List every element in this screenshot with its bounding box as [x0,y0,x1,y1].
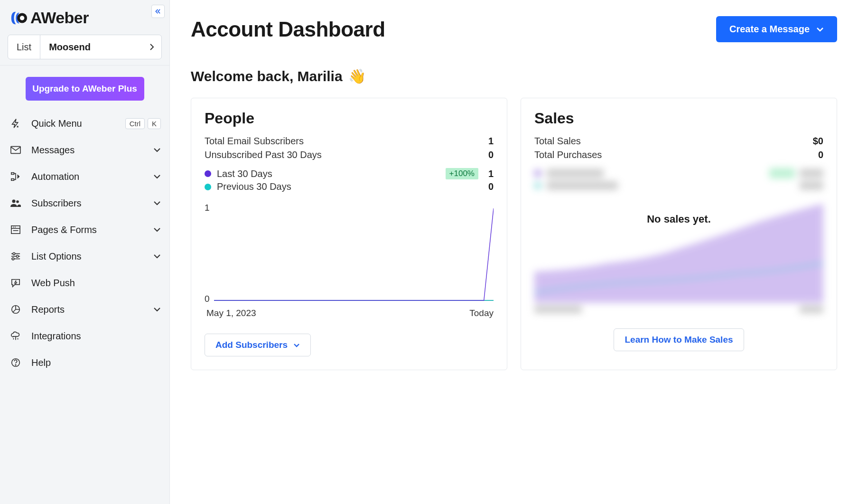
chevron-down-icon [153,227,161,232]
nav-label: Integrations [31,331,161,342]
stat-label: Total Purchases [534,149,602,160]
upgrade-button[interactable]: Upgrade to AWeber Plus [26,77,144,101]
sidebar: AWeber List Moosend Upgrade to AWeber Pl… [0,0,170,504]
svg-rect-4 [11,179,14,181]
stat-label: Unsubscribed Past 30 Days [205,149,322,160]
chevron-down-icon [153,201,161,205]
stat-value: 0 [818,149,823,160]
people-chart: 1 0 [205,203,494,307]
stat-value: 1 [488,136,494,147]
pie-chart-icon [9,304,23,315]
nav-pages-forms[interactable]: Pages & Forms [9,216,161,243]
nav-integrations[interactable]: Integrations [9,323,161,349]
automation-icon [9,171,23,182]
sidebar-nav: Quick Menu Ctrl K Messages Automation [0,110,169,376]
stat-label: Total Email Subscribers [205,136,304,147]
nav-label: Messages [31,145,145,156]
svg-point-6 [16,200,19,203]
card-title: People [205,110,494,127]
chevron-down-icon [153,174,161,179]
nav-label: Reports [31,304,145,315]
list-selector-label: List [8,35,40,59]
nav-label: Pages & Forms [31,224,145,235]
logo: AWeber [0,0,169,35]
nav-label: Subscribers [31,198,145,209]
card-title: Sales [534,110,823,127]
logo-text: AWeber [30,9,89,27]
welcome-heading: Welcome back, Marilia 👋 [191,68,837,84]
nav-web-push[interactable]: Web Push [9,270,161,296]
y-tick: 0 [205,294,210,304]
percent-badge: +100% [446,168,478,179]
svg-point-1 [20,16,25,20]
chevron-down-icon [153,307,161,312]
nav-label: Help [31,357,161,368]
sliders-icon [9,252,23,261]
list-selector[interactable]: List Moosend [8,35,162,59]
legend-value: 0 [485,181,494,192]
cloud-icon [9,331,23,341]
chevron-down-icon [153,254,161,259]
chevron-down-icon [293,343,300,347]
people-card: People Total Email Subscribers 1 Unsubsc… [191,98,507,370]
stat-value: $0 [813,136,823,147]
divider [0,65,169,65]
svg-point-13 [13,252,15,255]
help-icon [9,357,23,368]
create-message-button[interactable]: Create a Message [716,16,837,42]
x-label: Today [469,308,494,318]
main-content: Account Dashboard Create a Message Welco… [170,0,858,504]
legend-dot-icon [205,184,211,190]
y-tick: 1 [205,203,210,213]
x-label: May 1, 2023 [206,308,256,318]
nav-help[interactable]: Help [9,349,161,376]
nav-automation[interactable]: Automation [9,163,161,190]
legend-label: Last 30 Days [217,168,272,179]
stat-value: 0 [488,149,494,160]
svg-point-17 [12,258,14,260]
chat-icon [9,278,23,288]
chevron-down-icon [816,27,824,32]
chevron-double-left-icon [155,8,161,15]
sales-empty-state: No sales yet. [534,168,823,313]
form-icon [9,225,23,234]
nav-messages[interactable]: Messages [9,137,161,163]
users-icon [9,198,23,208]
shortcut: Ctrl K [125,118,161,129]
no-sales-overlay: No sales yet. [534,213,823,225]
stat-label: Total Sales [534,136,581,147]
svg-rect-3 [11,173,14,175]
collapse-sidebar-button[interactable] [151,5,165,18]
nav-label: List Options [31,251,145,262]
logo-mark-icon [9,9,28,27]
chart-svg [214,206,494,301]
legend-dot-icon [205,170,211,177]
page-title: Account Dashboard [191,18,385,41]
nav-label: Web Push [31,278,161,289]
add-subscribers-button[interactable]: Add Subscribers [205,334,311,356]
envelope-icon [9,146,23,154]
svg-point-5 [12,200,16,203]
nav-label: Quick Menu [31,118,117,129]
nav-subscribers[interactable]: Subscribers [9,190,161,216]
list-selector-value: Moosend [40,42,142,53]
nav-list-options[interactable]: List Options [9,243,161,270]
bolt-icon [9,118,23,129]
legend-value: 1 [485,168,494,179]
legend-label: Previous 30 Days [217,181,291,192]
nav-quick-menu[interactable]: Quick Menu Ctrl K [9,110,161,137]
wave-emoji-icon: 👋 [348,68,366,84]
learn-sales-button[interactable]: Learn How to Make Sales [614,328,744,351]
svg-point-23 [15,364,16,365]
nav-reports[interactable]: Reports [9,296,161,323]
svg-point-15 [16,255,19,258]
sales-card: Sales Total Sales $0 Total Purchases 0 [521,98,837,370]
nav-label: Automation [31,171,145,182]
chevron-right-icon [142,43,161,51]
chevron-down-icon [153,148,161,152]
